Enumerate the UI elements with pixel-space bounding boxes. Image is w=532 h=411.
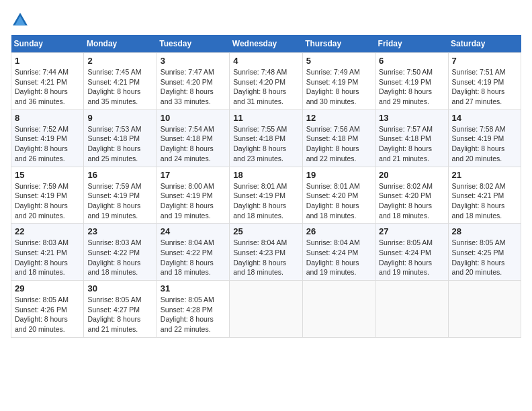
- page-header: [11, 11, 521, 30]
- day-number: 19: [306, 170, 371, 180]
- day-number: 12: [306, 113, 371, 123]
- day-detail: Sunrise: 7:45 AM Sunset: 4:21 PM Dayligh…: [87, 67, 152, 107]
- calendar-cell: 3 Sunrise: 7:47 AM Sunset: 4:20 PM Dayli…: [157, 53, 229, 110]
- calendar-cell: [448, 281, 521, 338]
- calendar-week-3: 15 Sunrise: 7:59 AM Sunset: 4:19 PM Dayl…: [11, 167, 521, 224]
- calendar-cell: [230, 281, 302, 338]
- day-detail: Sunrise: 7:55 AM Sunset: 4:18 PM Dayligh…: [233, 124, 298, 164]
- weekday-header-wednesday: Wednesday: [230, 35, 302, 53]
- logo-icon: [11, 11, 30, 30]
- day-number: 21: [452, 170, 517, 180]
- day-number: 23: [87, 226, 152, 236]
- calendar-cell: 1 Sunrise: 7:44 AM Sunset: 4:21 PM Dayli…: [11, 53, 84, 110]
- day-number: 4: [233, 56, 298, 66]
- day-detail: Sunrise: 8:00 AM Sunset: 4:19 PM Dayligh…: [161, 181, 226, 221]
- day-number: 24: [161, 226, 226, 236]
- calendar-cell: 8 Sunrise: 7:52 AM Sunset: 4:19 PM Dayli…: [11, 109, 84, 167]
- calendar-cell: 13 Sunrise: 7:57 AM Sunset: 4:18 PM Dayl…: [375, 109, 448, 167]
- day-number: 20: [379, 170, 444, 180]
- day-number: 29: [15, 283, 80, 293]
- weekday-header-saturday: Saturday: [448, 35, 521, 53]
- day-detail: Sunrise: 8:05 AM Sunset: 4:24 PM Dayligh…: [379, 238, 444, 277]
- calendar-cell: 11 Sunrise: 7:55 AM Sunset: 4:18 PM Dayl…: [230, 109, 302, 167]
- day-number: 16: [87, 170, 152, 180]
- day-detail: Sunrise: 8:01 AM Sunset: 4:20 PM Dayligh…: [306, 181, 371, 221]
- day-detail: Sunrise: 7:50 AM Sunset: 4:19 PM Dayligh…: [379, 67, 444, 107]
- calendar-cell: 28 Sunrise: 8:05 AM Sunset: 4:25 PM Dayl…: [448, 224, 521, 281]
- day-detail: Sunrise: 8:02 AM Sunset: 4:21 PM Dayligh…: [452, 181, 517, 221]
- day-number: 7: [452, 56, 517, 66]
- calendar-cell: 14 Sunrise: 7:58 AM Sunset: 4:19 PM Dayl…: [448, 109, 521, 167]
- calendar-week-2: 8 Sunrise: 7:52 AM Sunset: 4:19 PM Dayli…: [11, 109, 521, 167]
- calendar-cell: 22 Sunrise: 8:03 AM Sunset: 4:21 PM Dayl…: [11, 224, 84, 281]
- day-detail: Sunrise: 8:01 AM Sunset: 4:19 PM Dayligh…: [233, 181, 298, 221]
- calendar-cell: 19 Sunrise: 8:01 AM Sunset: 4:20 PM Dayl…: [302, 167, 375, 224]
- calendar-cell: 24 Sunrise: 8:04 AM Sunset: 4:22 PM Dayl…: [157, 224, 229, 281]
- day-detail: Sunrise: 7:58 AM Sunset: 4:19 PM Dayligh…: [452, 124, 517, 164]
- day-detail: Sunrise: 7:47 AM Sunset: 4:20 PM Dayligh…: [161, 67, 226, 107]
- weekday-header-thursday: Thursday: [302, 35, 375, 53]
- calendar-cell: 29 Sunrise: 8:05 AM Sunset: 4:26 PM Dayl…: [11, 281, 84, 338]
- calendar-week-1: 1 Sunrise: 7:44 AM Sunset: 4:21 PM Dayli…: [11, 53, 521, 110]
- day-detail: Sunrise: 7:59 AM Sunset: 4:19 PM Dayligh…: [87, 181, 152, 221]
- calendar-table: SundayMondayTuesdayWednesdayThursdayFrid…: [11, 35, 521, 338]
- calendar-cell: 18 Sunrise: 8:01 AM Sunset: 4:19 PM Dayl…: [230, 167, 302, 224]
- day-number: 2: [87, 56, 152, 66]
- day-detail: Sunrise: 8:05 AM Sunset: 4:28 PM Dayligh…: [161, 295, 226, 334]
- day-number: 31: [161, 283, 226, 293]
- calendar-cell: 25 Sunrise: 8:04 AM Sunset: 4:23 PM Dayl…: [230, 224, 302, 281]
- day-detail: Sunrise: 8:05 AM Sunset: 4:25 PM Dayligh…: [452, 238, 517, 277]
- day-detail: Sunrise: 8:03 AM Sunset: 4:21 PM Dayligh…: [15, 238, 80, 277]
- day-number: 25: [233, 226, 298, 236]
- day-detail: Sunrise: 7:56 AM Sunset: 4:18 PM Dayligh…: [306, 124, 371, 164]
- calendar-cell: 30 Sunrise: 8:05 AM Sunset: 4:27 PM Dayl…: [84, 281, 157, 338]
- calendar-cell: 31 Sunrise: 8:05 AM Sunset: 4:28 PM Dayl…: [157, 281, 229, 338]
- day-number: 26: [306, 226, 371, 236]
- calendar-cell: 10 Sunrise: 7:54 AM Sunset: 4:18 PM Dayl…: [157, 109, 229, 167]
- day-detail: Sunrise: 7:52 AM Sunset: 4:19 PM Dayligh…: [15, 124, 80, 164]
- day-detail: Sunrise: 7:44 AM Sunset: 4:21 PM Dayligh…: [15, 67, 80, 107]
- day-number: 17: [161, 170, 226, 180]
- calendar-cell: [375, 281, 448, 338]
- day-number: 8: [15, 113, 80, 123]
- day-number: 30: [87, 283, 152, 293]
- weekday-header-sunday: Sunday: [11, 35, 84, 53]
- day-number: 22: [15, 226, 80, 236]
- day-detail: Sunrise: 8:04 AM Sunset: 4:22 PM Dayligh…: [161, 238, 226, 277]
- day-detail: Sunrise: 7:53 AM Sunset: 4:18 PM Dayligh…: [87, 124, 152, 164]
- day-number: 27: [379, 226, 444, 236]
- day-number: 5: [306, 56, 371, 66]
- calendar-cell: 12 Sunrise: 7:56 AM Sunset: 4:18 PM Dayl…: [302, 109, 375, 167]
- day-number: 11: [233, 113, 298, 123]
- calendar-cell: 15 Sunrise: 7:59 AM Sunset: 4:19 PM Dayl…: [11, 167, 84, 224]
- calendar-cell: 9 Sunrise: 7:53 AM Sunset: 4:18 PM Dayli…: [84, 109, 157, 167]
- day-number: 9: [87, 113, 152, 123]
- day-number: 10: [161, 113, 226, 123]
- calendar-cell: 6 Sunrise: 7:50 AM Sunset: 4:19 PM Dayli…: [375, 53, 448, 110]
- day-detail: Sunrise: 8:04 AM Sunset: 4:24 PM Dayligh…: [306, 238, 371, 277]
- day-number: 6: [379, 56, 444, 66]
- weekday-header-friday: Friday: [375, 35, 448, 53]
- calendar-week-5: 29 Sunrise: 8:05 AM Sunset: 4:26 PM Dayl…: [11, 281, 521, 338]
- day-detail: Sunrise: 8:03 AM Sunset: 4:22 PM Dayligh…: [87, 238, 152, 277]
- calendar-cell: 16 Sunrise: 7:59 AM Sunset: 4:19 PM Dayl…: [84, 167, 157, 224]
- weekday-header-tuesday: Tuesday: [157, 35, 229, 53]
- day-detail: Sunrise: 8:05 AM Sunset: 4:27 PM Dayligh…: [87, 295, 152, 334]
- day-detail: Sunrise: 8:05 AM Sunset: 4:26 PM Dayligh…: [15, 295, 80, 334]
- day-detail: Sunrise: 7:57 AM Sunset: 4:18 PM Dayligh…: [379, 124, 444, 164]
- day-number: 15: [15, 170, 80, 180]
- day-number: 13: [379, 113, 444, 123]
- day-number: 3: [161, 56, 226, 66]
- day-number: 14: [452, 113, 517, 123]
- day-number: 28: [452, 226, 517, 236]
- calendar-cell: 5 Sunrise: 7:49 AM Sunset: 4:19 PM Dayli…: [302, 53, 375, 110]
- calendar-cell: 23 Sunrise: 8:03 AM Sunset: 4:22 PM Dayl…: [84, 224, 157, 281]
- calendar-cell: 26 Sunrise: 8:04 AM Sunset: 4:24 PM Dayl…: [302, 224, 375, 281]
- day-detail: Sunrise: 7:51 AM Sunset: 4:19 PM Dayligh…: [452, 67, 517, 107]
- calendar-cell: 21 Sunrise: 8:02 AM Sunset: 4:21 PM Dayl…: [448, 167, 521, 224]
- calendar-cell: 20 Sunrise: 8:02 AM Sunset: 4:20 PM Dayl…: [375, 167, 448, 224]
- day-detail: Sunrise: 7:59 AM Sunset: 4:19 PM Dayligh…: [15, 181, 80, 221]
- day-detail: Sunrise: 8:04 AM Sunset: 4:23 PM Dayligh…: [233, 238, 298, 277]
- calendar-cell: 2 Sunrise: 7:45 AM Sunset: 4:21 PM Dayli…: [84, 53, 157, 110]
- calendar-cell: 27 Sunrise: 8:05 AM Sunset: 4:24 PM Dayl…: [375, 224, 448, 281]
